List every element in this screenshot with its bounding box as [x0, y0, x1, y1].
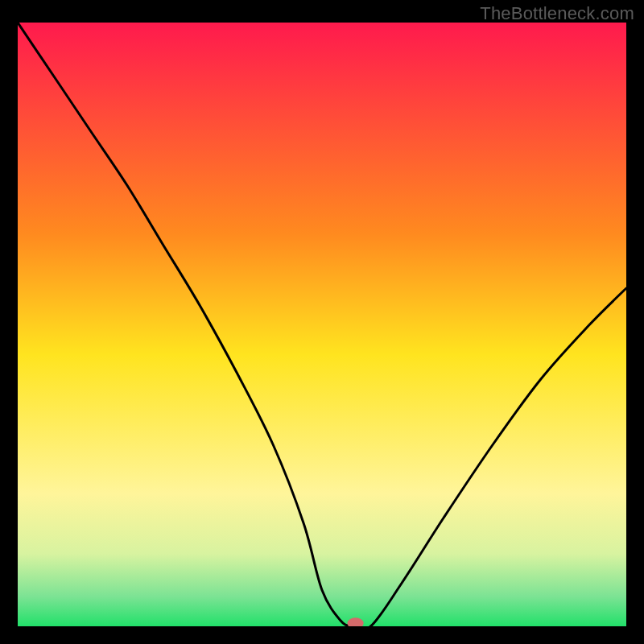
plot-area — [18, 23, 626, 626]
watermark-text: TheBottleneck.com — [480, 3, 634, 24]
chart-svg — [18, 23, 626, 626]
chart-frame: TheBottleneck.com — [0, 0, 644, 644]
gradient-background — [18, 23, 626, 626]
